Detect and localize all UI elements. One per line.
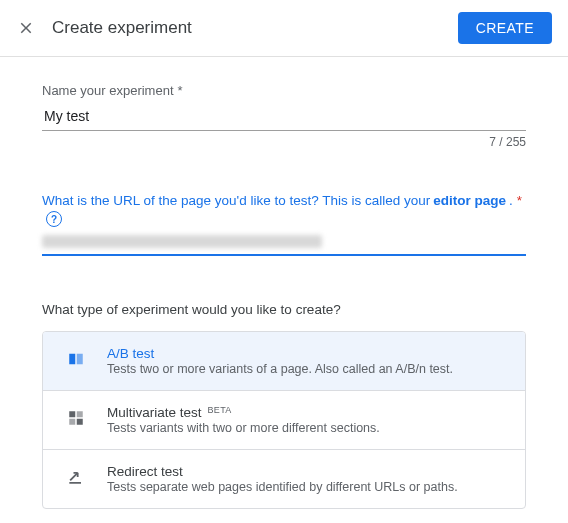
name-field-label: Name your experiment * bbox=[42, 83, 526, 98]
option-desc: Tests variants with two or more differen… bbox=[107, 421, 505, 435]
ab-test-icon bbox=[65, 348, 87, 370]
option-body: A/B test Tests two or more variants of a… bbox=[107, 346, 505, 376]
option-body: Redirect test Tests separate web pages i… bbox=[107, 464, 505, 494]
option-body: Multivariate test BETA Tests variants wi… bbox=[107, 405, 505, 435]
option-redirect-test[interactable]: Redirect test Tests separate web pages i… bbox=[43, 450, 525, 508]
name-label-text: Name your experiment bbox=[42, 83, 174, 98]
url-q-pre: What is the URL of the page you'd like t… bbox=[42, 193, 430, 208]
create-button[interactable]: CREATE bbox=[458, 12, 552, 44]
multivariate-icon bbox=[65, 407, 87, 429]
option-ab-test[interactable]: A/B test Tests two or more variants of a… bbox=[43, 332, 525, 391]
url-field-label: What is the URL of the page you'd like t… bbox=[42, 193, 526, 227]
option-title: A/B test bbox=[107, 346, 505, 361]
name-required-asterisk: * bbox=[178, 83, 183, 98]
svg-rect-3 bbox=[77, 411, 83, 417]
url-value-obscured bbox=[42, 235, 322, 248]
type-question: What type of experiment would you like t… bbox=[42, 302, 526, 317]
dialog-content: Name your experiment * 7 / 255 What is t… bbox=[0, 57, 568, 523]
header-left: Create experiment bbox=[14, 16, 192, 40]
experiment-type-section: What type of experiment would you like t… bbox=[42, 302, 526, 509]
url-input[interactable] bbox=[42, 233, 526, 256]
option-multivariate-test[interactable]: Multivariate test BETA Tests variants wi… bbox=[43, 391, 525, 450]
close-button[interactable] bbox=[14, 16, 38, 40]
url-q-post: . bbox=[509, 193, 513, 208]
redirect-icon bbox=[65, 466, 87, 488]
experiment-name-input[interactable] bbox=[42, 104, 526, 131]
url-q-bold: editor page bbox=[433, 193, 506, 208]
svg-rect-5 bbox=[77, 419, 83, 425]
help-icon[interactable]: ? bbox=[46, 211, 62, 227]
close-icon bbox=[17, 19, 35, 37]
mv-title-text: Multivariate test bbox=[107, 405, 202, 420]
option-title: Redirect test bbox=[107, 464, 505, 479]
redirect-title-text: Redirect test bbox=[107, 464, 183, 479]
option-desc: Tests separate web pages identified by d… bbox=[107, 480, 505, 494]
svg-rect-4 bbox=[69, 419, 75, 425]
svg-rect-1 bbox=[77, 354, 83, 365]
option-title: Multivariate test BETA bbox=[107, 405, 505, 420]
url-required-asterisk: * bbox=[517, 193, 522, 208]
name-char-counter: 7 / 255 bbox=[42, 135, 526, 149]
experiment-type-options: A/B test Tests two or more variants of a… bbox=[42, 331, 526, 509]
url-section: What is the URL of the page you'd like t… bbox=[42, 193, 526, 256]
dialog-header: Create experiment CREATE bbox=[0, 0, 568, 57]
svg-rect-0 bbox=[69, 354, 75, 365]
dialog-title: Create experiment bbox=[52, 18, 192, 38]
svg-rect-2 bbox=[69, 411, 75, 417]
option-desc: Tests two or more variants of a page. Al… bbox=[107, 362, 505, 376]
ab-title-text: A/B test bbox=[107, 346, 154, 361]
beta-badge: BETA bbox=[208, 405, 232, 415]
